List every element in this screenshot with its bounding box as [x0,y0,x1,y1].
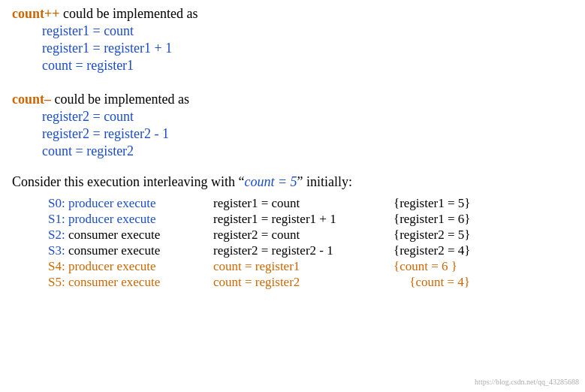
op-s3: register2 = register2 - 1 [213,243,394,258]
consider-statement: Consider this execution interleaving wit… [12,174,573,190]
count-plusplus-label: count++ [12,6,60,22]
step-s0: S0: producer execute [48,196,213,211]
execution-table: S0: producer execute register1 = count {… [48,196,573,290]
section1-line1: register1 = count [42,23,573,39]
main-content: count++ could be implemented as register… [12,6,573,290]
consider-text-after: ” initially: [297,174,353,189]
section2-heading: count– could be implemented as [12,92,573,107]
count-minus-label: count– [12,92,51,107]
step-s1: S1: producer execute [48,212,213,227]
step-s2: S2: consumer execute [48,228,213,243]
step-s4: S4: producer execute [48,259,213,274]
section2-code-1: register2 = count [42,109,134,125]
section2-line3: count = register2 [42,143,573,159]
op-s4: count = register1 [213,259,394,274]
watermark-text: https://blog.csdn.net/qq_43285688 [475,378,579,386]
section2-line1: register2 = count [42,109,573,125]
section1-code-3: count = register1 [42,58,134,74]
table-row: S4: producer execute count = register1 {… [48,259,573,274]
op-s0: register1 = count [213,196,394,211]
section1-code-1: register1 = count [42,23,134,39]
consider-text-before: Consider this execution interleaving wit… [12,174,244,189]
section1-line2: register1 = register1 + 1 [42,41,573,56]
table-row: S1: producer execute register1 = registe… [48,212,573,227]
state-s0: {register1 = 5} [394,196,470,211]
state-s2: {register2 = 5} [394,228,470,243]
section1-heading: count++ could be implemented as [12,6,573,22]
consider-highlight: count = 5 [244,174,297,189]
state-s4: {count = 6 } [394,259,457,274]
state-s5: {count = 4} [394,275,470,290]
op-s2: register2 = count [213,228,394,243]
section2-code-2: register2 = register2 - 1 [42,126,169,142]
section1-code-2: register1 = register1 + 1 [42,41,172,56]
table-row: S0: producer execute register1 = count {… [48,196,573,211]
section2-heading-suffix: could be implemented as [51,92,189,107]
state-s1: {register1 = 6} [394,212,470,227]
table-row: S2: consumer execute register2 = count {… [48,228,573,243]
step-s5: S5: consumer execute [48,275,213,290]
table-row: S3: consumer execute register2 = registe… [48,243,573,258]
section2-code-3: count = register2 [42,143,134,159]
step-s3: S3: consumer execute [48,243,213,258]
section1-line3: count = register1 [42,58,573,74]
op-s5: count = register2 [213,275,394,290]
table-row: S5: consumer execute count = register2 {… [48,275,573,290]
section2-line2: register2 = register2 - 1 [42,126,573,142]
op-s1: register1 = register1 + 1 [213,212,394,227]
section1-heading-suffix: could be implemented as [60,6,198,22]
state-s3: {register2 = 4} [394,243,470,258]
